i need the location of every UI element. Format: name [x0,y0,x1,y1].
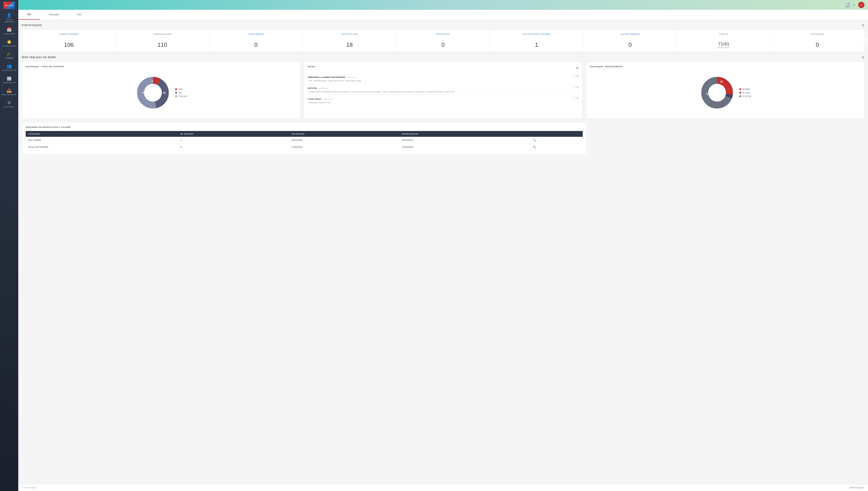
cdd-dot [175,88,177,90]
notes-header: NOTES ⊕ [308,65,579,70]
cell-search-1[interactable]: 🔍 [530,137,583,144]
tab-rh[interactable]: RH [18,10,40,20]
stat-sub-parite: 63.4% / 36.6% [680,47,768,49]
note-3-delete-icon[interactable]: 🗑 [577,97,579,99]
svg-point-10 [708,84,726,102]
sidebar-item-carriere[interactable]: ⭐ Carrière & Talents [0,37,18,50]
stat-value-visites: 0 [212,41,300,48]
cell-premiere-2: 27/03/2022 [289,144,399,151]
calendar-icon: 📅 [7,27,11,32]
cell-collaborateur-1: Kim CHERIE [26,137,178,144]
export-icon: 📤 [7,88,11,93]
svg-point-3 [144,84,162,102]
stat-value-habilitations: 0 [586,41,674,48]
note-item-2: NOTE RH 2023-10-19 "La digitalisation de… [308,84,579,95]
note-2-text: "La digitalisation des rapports humains … [308,90,573,93]
sidebar-item-dossier[interactable]: 👤 Dossier Collaborateur [0,11,18,25]
statistics-filter-icon[interactable]: ⚙ [862,23,864,27]
header-actions: 🔄 ☆ U [845,2,864,8]
note-1-title: PRÉPARER LA SOIRÉE D'ENTREPRISE [308,76,345,79]
stat-value-handicap: 0 [773,41,862,48]
sidebar-item-label: Temps & Frais [3,33,15,35]
stat-essai[interactable]: Période d'essai 0 [396,30,490,52]
note-1-date: 2023-10-19 [347,77,357,79]
en-cours-dot [739,92,741,93]
legend-en-cours: En cours [739,92,751,94]
note-2-date: 2023-10-19 [319,87,328,89]
tab-bar: RH Manager Moi [18,10,868,20]
sidebar-item-organisation[interactable]: 🏢 Organisation RH [0,74,18,86]
sidebar-item-label: Formation [5,57,13,59]
legend-brouillon: Brouillon [739,88,751,90]
contrats-title: GRAPHIQUE - TYPES DE CONTRATS [26,65,297,68]
star-icon: ⭐ [7,39,11,44]
app-logo[interactable]: BCoPHR [3,2,15,9]
note-1-text: - Mail - Plaquette photos - Réservation … [308,80,361,82]
avatar[interactable]: U [858,2,864,8]
sidebar-item-temps[interactable]: 📅 Temps & Frais [0,25,18,37]
note-2-delete-icon[interactable]: 🗑 [577,86,579,88]
sidebar-item-label: Contrôle des coûts [2,69,17,71]
footer: © 2023 ScopHR Mentions légales [18,484,868,491]
stat-onboarding[interactable]: Synthèse onboarding 106 [22,30,116,52]
sidebar-item-export[interactable]: 📤 Export de données [0,86,18,98]
svg-text:59: 59 [142,91,145,94]
statistics-title: STATISTIQUES [22,24,42,27]
stats-next-button[interactable]: › [862,38,867,43]
cdi-dot [175,92,177,93]
note-3-text: - Réservation restaurant CEO [308,102,333,104]
sidebar-item-controle[interactable]: 👥 Contrôle des coûts [0,61,18,74]
stat-value-onboarding: 106 [25,41,113,48]
stat-value-tickets: 18 [305,41,393,48]
note-3-edit-icon[interactable]: ✏ [574,97,576,99]
table-row: Simon ROCHFORD 2 27/03/2022 27/03/2022 🔍 [26,144,583,151]
stat-visites[interactable]: Visites médicales 0 [209,30,303,52]
modifications-table: Collaborateur Nb. demandes 1ère demande … [26,131,583,151]
content-area: STATISTIQUES ⚙ Synthèse onboarding 106 C… [18,20,868,484]
star-favorite-icon[interactable]: ☆ [852,3,856,7]
dashboard-filter-icon[interactable]: ⚙ [862,55,864,59]
stat-tickets[interactable]: Ticket RH en cours 18 [303,30,396,52]
sidebar-item-label: Organisation RH [2,82,16,84]
note-1-delete-icon[interactable]: 🗑 [577,75,579,77]
note-3-date: 2023-10-19 [324,98,333,100]
notes-add-icon[interactable]: ⊕ [576,66,579,70]
col-action [530,131,583,137]
footer-legal-link[interactable]: Mentions légales [849,487,864,489]
stat-value-formations: 1 [493,41,581,48]
col-nb: Nb. demandes [178,131,289,137]
building-icon: 🏢 [7,76,11,81]
svg-text:9: 9 [151,80,153,82]
sidebar-item-label: Export de données [2,93,17,96]
row-2-search-icon[interactable]: 🔍 [533,145,536,149]
recrutements-card: GRAPHIQUE - RECRUTEMENTS 59 22 [586,62,864,119]
dashboard-grid: GRAPHIQUE - TYPES DE CONTRATS [22,62,864,119]
tab-moi[interactable]: Moi [68,10,90,20]
note-3-actions: ✏ 🗑 [574,97,579,99]
sidebar-item-label: Dossier Collaborateur [1,19,18,23]
row-1-search-icon[interactable]: 🔍 [533,139,536,142]
recrutements-donut-svg: 59 22 [699,75,735,111]
sidebar-item-admin[interactable]: ⚙ Administration [0,98,18,110]
statistics-header: STATISTIQUES ⚙ [22,23,864,27]
col-collaborateur: Collaborateur [26,131,178,137]
stat-formations[interactable]: Suivi des formations recyclables 1 [490,30,584,52]
col-derniere: dernière demande [399,131,530,137]
person-icon: 👤 [7,13,11,18]
tab-manager[interactable]: Manager [40,10,68,20]
cell-premiere-1: 02/01/2022 [289,137,399,144]
cell-search-2[interactable]: 🔍 [530,144,583,151]
stat-habilitations[interactable]: Suivi des habilitations 0 [584,30,677,52]
stat-collaborateurs: Collaborateurs actifs 110 [116,30,209,52]
sidebar-item-formation[interactable]: 🎓 Formation [0,49,18,61]
note-2-edit-icon[interactable]: ✏ [574,86,576,88]
legend-stag: STAG NR [175,95,187,97]
footer-copyright: © 2023 ScopHR [22,487,36,489]
refresh-icon[interactable]: 🔄 [845,3,850,7]
main-content: 🔄 ☆ U RH Manager Moi STATISTIQUES ⚙ Synt… [18,0,868,491]
cell-derniere-1: 02/01/2022 [399,137,530,144]
notes-card: NOTES ⊕ PRÉPARER LA SOIRÉE D'ENTREPRISE … [304,62,582,119]
legend-stag-nr: STAG NR [739,95,751,97]
top-header: 🔄 ☆ U [18,0,868,10]
note-1-edit-icon[interactable]: ✏ [574,75,576,77]
